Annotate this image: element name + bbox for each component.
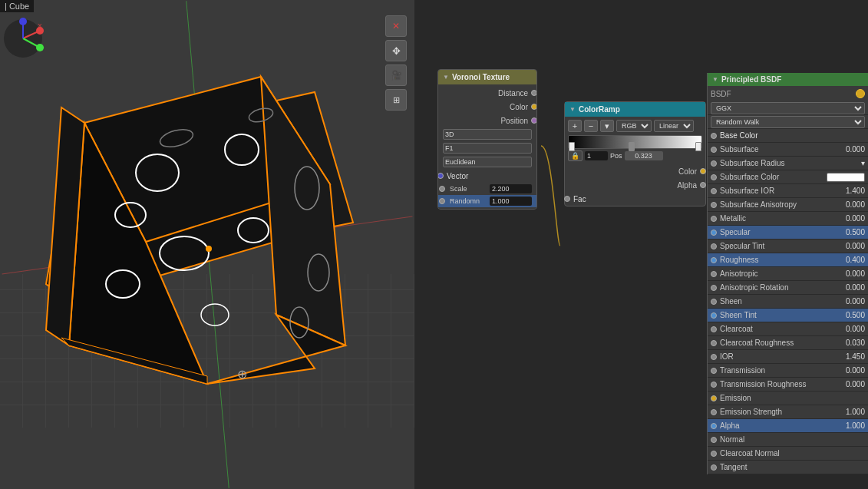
subsurface-ior-value: 1.400: [838, 187, 865, 195]
dimension-select[interactable]: 3D: [443, 129, 532, 140]
stop-handle-mid[interactable]: [629, 142, 635, 151]
distance-socket[interactable]: [531, 90, 537, 96]
pos-value-input[interactable]: [625, 151, 663, 160]
cube-viewport: [23, 46, 361, 422]
clearcoat-normal-socket[interactable]: [711, 451, 717, 457]
position-label: Position: [441, 117, 531, 125]
anisotropic-socket[interactable]: [711, 271, 717, 277]
transmission-socket[interactable]: [711, 368, 717, 374]
emission-row: Emission: [708, 392, 868, 405]
normal-socket[interactable]: [711, 437, 717, 443]
clearcoat-rough-socket[interactable]: [711, 340, 717, 346]
voronoi-node-header: ▼ Voronoi Texture: [438, 70, 536, 84]
subsurface-value: 0.000: [838, 145, 865, 154]
voronoi-color-socket[interactable]: [531, 104, 537, 110]
stop-number-input[interactable]: [585, 151, 608, 160]
scale-socket[interactable]: [439, 186, 445, 192]
distance-label: Distance: [441, 89, 531, 97]
grid-btn[interactable]: ⊞: [385, 89, 407, 111]
cr-alpha-socket[interactable]: [700, 182, 706, 188]
camera-btn[interactable]: 🎥: [385, 64, 407, 86]
fac-socket[interactable]: [564, 196, 570, 202]
lock-btn[interactable]: 🔒: [568, 150, 583, 161]
clearcoat-socket[interactable]: [711, 326, 717, 332]
base-color-section-row: Base Color: [708, 129, 868, 143]
colorramp-pos-row: 🔒 Pos: [568, 150, 702, 161]
cr-color-socket[interactable]: [700, 168, 706, 174]
specular-value: 0.500: [838, 228, 865, 236]
scale-row: Scale: [438, 183, 536, 195]
roughness-socket[interactable]: [711, 257, 717, 263]
cr-color-output-row: Color: [565, 164, 705, 178]
transmission-row: Transmission 0.000: [708, 364, 868, 378]
metallic-value: 0.000: [838, 214, 865, 223]
principled-title: Principled BSDF: [721, 75, 781, 84]
colorramp-collapse-arrow[interactable]: ▼: [569, 106, 576, 113]
base-color-socket[interactable]: [711, 133, 717, 139]
randomn-socket[interactable]: [439, 198, 445, 204]
fac-input-row: Fac: [565, 192, 705, 206]
specular-socket[interactable]: [711, 230, 717, 236]
sheen-tint-socket[interactable]: [711, 312, 717, 319]
remove-stop-btn[interactable]: −: [584, 120, 598, 132]
sheen-tint-value: 0.500: [838, 311, 865, 319]
subsurface-color-socket[interactable]: [711, 174, 717, 180]
voronoi-color-label: Color: [441, 103, 531, 111]
principled-bsdf-panel: ▼ Principled BSDF BSDF GGX Random Walk B…: [707, 73, 868, 474]
randomn-value-input[interactable]: [490, 197, 532, 206]
collapse-arrow[interactable]: ▼: [443, 74, 449, 81]
viewport[interactable]: | Cube: [0, 0, 414, 489]
scale-value-input[interactable]: [490, 184, 532, 193]
sheen-socket[interactable]: [711, 299, 717, 305]
ggx-row: GGX: [708, 101, 868, 115]
voronoi-node-title: Voronoi Texture: [452, 73, 510, 81]
metallic-label: Metallic: [720, 214, 838, 223]
extra-btn[interactable]: ▾: [600, 120, 614, 132]
vector-socket[interactable]: [437, 173, 444, 179]
position-socket[interactable]: [531, 117, 537, 124]
feature-select[interactable]: F1: [443, 143, 532, 154]
subsurface-color-label: Subsurface Color: [720, 173, 827, 181]
subsurface-radius-label: Subsurface Radius: [720, 159, 838, 167]
color-mode-select[interactable]: RGB: [616, 120, 652, 132]
metric-select[interactable]: Euclidean: [443, 157, 532, 167]
clearcoat-rough-label: Clearcoat Roughness: [720, 339, 838, 347]
randomn-row: Randomn: [438, 195, 536, 207]
random-walk-row: Random Walk: [708, 115, 868, 129]
emission-socket[interactable]: [711, 395, 717, 401]
random-walk-select[interactable]: Random Walk: [711, 116, 865, 128]
subsurface-socket[interactable]: [711, 147, 717, 153]
subsurface-radius-value: ▾: [838, 159, 865, 167]
pos-label: Pos: [610, 152, 622, 160]
specular-tint-socket[interactable]: [711, 243, 717, 249]
subsurface-aniso-socket[interactable]: [711, 202, 717, 208]
subsurface-radius-socket[interactable]: [711, 160, 717, 167]
f1-mode-row: F1: [438, 141, 536, 155]
scene-title: | Cube: [5, 2, 29, 11]
add-stop-btn[interactable]: +: [568, 120, 582, 132]
tangent-socket[interactable]: [711, 464, 717, 471]
metallic-socket[interactable]: [711, 216, 717, 222]
transmission-rough-socket[interactable]: [711, 382, 717, 388]
interp-select[interactable]: Linear: [654, 120, 694, 132]
subsurface-color-swatch[interactable]: [827, 173, 865, 182]
ggx-select[interactable]: GGX: [711, 102, 865, 114]
principled-collapse-arrow[interactable]: ▼: [712, 76, 718, 83]
bsdf-output-socket[interactable]: [856, 89, 865, 98]
stop-handle-left[interactable]: [569, 142, 575, 151]
stop-handle-right[interactable]: [695, 142, 701, 151]
subsurface-ior-socket[interactable]: [711, 188, 717, 194]
cursor-tool-btn[interactable]: ✕: [385, 15, 407, 37]
colorramp-gradient[interactable]: [568, 135, 702, 149]
ior-socket[interactable]: [711, 354, 717, 360]
colorramp-node: ▼ ColorRamp + − ▾ RGB Linear: [564, 101, 706, 207]
anisotropic-rot-label: Anisotropic Rotation: [720, 283, 838, 292]
alpha-socket[interactable]: [711, 423, 717, 429]
anisotropic-rot-socket[interactable]: [711, 285, 717, 291]
transmission-roughness-row: Transmission Roughness 0.000: [708, 378, 868, 392]
move-tool-btn[interactable]: ✥: [385, 40, 407, 61]
emission-strength-socket[interactable]: [711, 409, 717, 415]
principled-header: ▼ Principled BSDF: [708, 73, 868, 86]
anisotropic-label: Anisotropic: [720, 269, 838, 278]
ior-value: 1.450: [838, 352, 865, 361]
